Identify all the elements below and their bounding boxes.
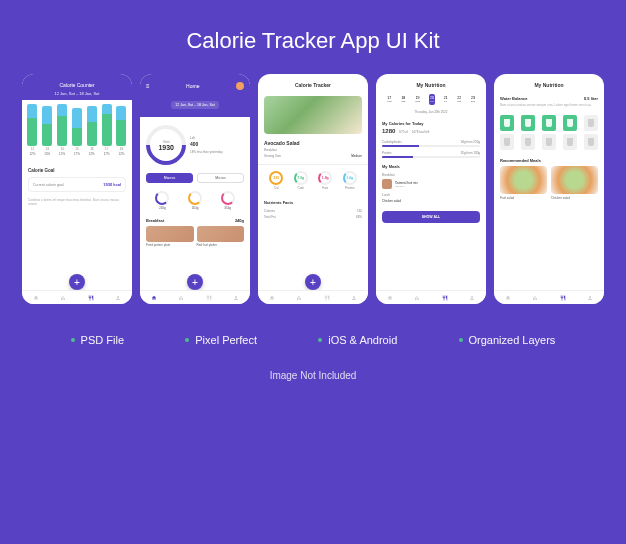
serving-row[interactable]: Serving Size Medium <box>258 152 368 160</box>
header: My Nutrition <box>494 74 604 92</box>
nav-profile-icon[interactable] <box>351 295 357 301</box>
add-fab[interactable]: + <box>187 274 203 290</box>
nav-profile-icon[interactable] <box>469 295 475 301</box>
header: Calorie Tracker <box>258 74 368 92</box>
selected-date: Thursday, Jan 20th 2022 <box>376 107 486 117</box>
nav-profile-icon[interactable] <box>587 295 593 301</box>
nav-chart-icon[interactable] <box>296 295 302 301</box>
screen-title: Home <box>186 83 199 89</box>
water-cup[interactable] <box>500 134 514 150</box>
water-balance: Water Balance 0.5 liter Nam ut arcu mass… <box>494 92 604 111</box>
nav-home-icon[interactable] <box>269 295 275 301</box>
screen-title: Calorie Counter <box>28 82 126 88</box>
water-cup[interactable] <box>584 115 598 131</box>
show-all-button[interactable]: SHOW ALL <box>382 211 480 223</box>
water-cup[interactable] <box>542 134 556 150</box>
screen-nutrition: My Nutrition 17Mon18Tue19Wed20Thu21Fri22… <box>376 74 486 304</box>
nutrients-title: Nutrients Facts <box>264 200 362 205</box>
nutrient-row: Total Fat68% <box>264 214 362 220</box>
water-cup[interactable] <box>521 115 535 131</box>
day-bar[interactable]: 1812% <box>115 106 127 156</box>
nav-chart-icon[interactable] <box>60 295 66 301</box>
bottom-nav <box>22 290 132 304</box>
nav-meals-icon[interactable] <box>442 295 448 301</box>
water-cup[interactable] <box>500 115 514 131</box>
breakfast-section: Breakfast 240g Fried protein plate Red f… <box>140 214 250 251</box>
meal-card[interactable]: Red fruit platter <box>197 226 245 247</box>
meal-thumb <box>382 179 392 189</box>
water-cup[interactable] <box>521 134 535 150</box>
date-selector[interactable]: 12 Jan, Sat – 18 Jan, Sat <box>140 98 250 117</box>
day-button[interactable]: 21Fri <box>443 94 449 105</box>
water-cup[interactable] <box>563 134 577 150</box>
day-bar[interactable]: 1517% <box>71 108 83 156</box>
nav-home-icon[interactable] <box>505 295 511 301</box>
day-button[interactable]: 19Wed <box>414 94 421 105</box>
screen-calorie-tracker: Calorie Tracker Avocado Salad Breakfast … <box>258 74 368 304</box>
water-cup[interactable] <box>563 115 577 131</box>
my-meals-title: My Meals <box>376 160 486 171</box>
macro-grid: 235Cal7.6gCarb1.8gFats1.6gProtein <box>258 164 368 196</box>
macro-protein: 354g <box>221 191 235 210</box>
nav-chart-icon[interactable] <box>532 295 538 301</box>
calories-left: Left 400 18% less than yesterday <box>190 136 223 154</box>
bottom-nav <box>376 290 486 304</box>
nav-meals-icon[interactable] <box>324 295 330 301</box>
feature-item: Pixel Perfect <box>185 334 257 346</box>
date-range[interactable]: 12 Jan, Sat – 18 Jan, Sat <box>28 91 126 96</box>
day-button[interactable]: 17Mon <box>386 94 393 105</box>
day-button[interactable]: 20Thu <box>429 94 435 105</box>
nav-meals-icon[interactable] <box>88 295 94 301</box>
screen-home: ≡ Home 12 Jan, Sat – 18 Jan, Sat Total 1… <box>140 74 250 304</box>
water-amount: 0.5 liter <box>584 96 598 101</box>
meal-item[interactable]: Chicken salad <box>382 199 480 203</box>
day-bar[interactable]: 1612% <box>86 106 98 156</box>
nav-chart-icon[interactable] <box>414 295 420 301</box>
header: My Nutrition <box>376 74 486 92</box>
nav-home-icon[interactable] <box>151 295 157 301</box>
meal-card[interactable]: Fried protein plate <box>146 226 194 247</box>
macro-stat: 235Cal <box>269 171 283 190</box>
bottom-nav <box>494 290 604 304</box>
meal-name: Avocado Salad <box>258 138 368 148</box>
water-cup[interactable] <box>542 115 556 131</box>
screen-calorie-counter: Calorie Counter 12 Jan, Sat – 18 Jan, Sa… <box>22 74 132 304</box>
features-row: PSD FilePixel PerfectiOS & AndroidOrgani… <box>0 304 626 356</box>
calorie-goal-section: Calorie Goal Current calorie goal 1930 k… <box>22 162 132 198</box>
tab-macros[interactable]: Macros <box>146 173 193 183</box>
goal-card[interactable]: Current calorie goal 1930 kcal <box>28 177 126 192</box>
day-bar[interactable]: 1212% <box>26 104 38 156</box>
add-fab[interactable]: + <box>69 274 85 290</box>
macro-rings: 240g 164g 354g <box>140 187 250 214</box>
screen-title: Calorie Tracker <box>264 82 362 88</box>
day-button[interactable]: 23Sun <box>470 94 476 105</box>
nav-meals-icon[interactable] <box>206 295 212 301</box>
weekly-bars: 1212%1315%1412%1517%1612%1717%1812% <box>22 100 132 162</box>
meal-item[interactable]: Oatmeal fruit mix300 kcal <box>382 179 480 189</box>
macro-stat: 7.6gCarb <box>294 171 308 190</box>
nutrients-section: Nutrients Facts Calories162Total Fat68% <box>258 196 368 224</box>
day-bar[interactable]: 1412% <box>56 104 68 156</box>
disclaimer-text: Image Not Included <box>0 356 626 381</box>
day-button[interactable]: 18Tue <box>400 94 406 105</box>
water-cup[interactable] <box>584 134 598 150</box>
goal-label: Current calorie goal <box>33 183 64 187</box>
nav-meals-icon[interactable] <box>560 295 566 301</box>
avatar[interactable] <box>236 82 244 90</box>
menu-icon[interactable]: ≡ <box>146 83 150 89</box>
day-bar[interactable]: 1315% <box>41 106 53 156</box>
rec-meal-card[interactable]: Fruit salad <box>500 166 547 200</box>
day-button[interactable]: 22Sat <box>456 94 462 105</box>
nav-profile-icon[interactable] <box>233 295 239 301</box>
nav-home-icon[interactable] <box>33 295 39 301</box>
screen-title: My Nutrition <box>382 82 480 88</box>
rec-meal-card[interactable]: Chicken salad <box>551 166 598 200</box>
nav-chart-icon[interactable] <box>178 295 184 301</box>
svg-point-2 <box>353 296 355 298</box>
day-bar[interactable]: 1717% <box>101 104 113 156</box>
add-fab[interactable]: + <box>305 274 321 290</box>
rec-title: Recommended Meals <box>500 158 598 163</box>
nav-home-icon[interactable] <box>387 295 393 301</box>
tab-micros[interactable]: Micros <box>197 173 244 183</box>
nav-profile-icon[interactable] <box>115 295 121 301</box>
